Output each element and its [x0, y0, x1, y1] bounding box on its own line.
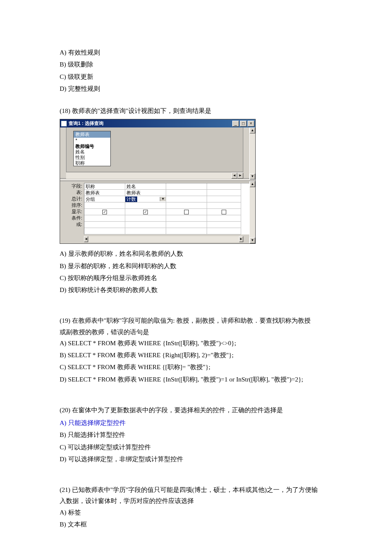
- app-icon: [61, 121, 67, 127]
- scroll-up-icon[interactable]: ▲: [250, 127, 255, 133]
- table-pane: 教师表 * 教师编号 姓名 性别 职称: [60, 127, 249, 179]
- show-checkbox[interactable]: ✓: [125, 209, 166, 215]
- field-list[interactable]: 教师表 * 教师编号 姓名 性别 职称: [73, 131, 111, 166]
- grid-cell-field[interactable]: [207, 183, 241, 190]
- show-checkbox[interactable]: ✓: [84, 209, 125, 215]
- show-checkbox[interactable]: [166, 209, 207, 215]
- q19-opt-d: D) SELECT * FROM 教师表 WHERE {InStr([职称], …: [60, 374, 332, 385]
- maximize-button[interactable]: □: [240, 121, 247, 127]
- q21-text-1: (21) 已知教师表中"学历"字段的值只可能是四项(博士，硕士，本科或其他)之一…: [60, 484, 332, 495]
- field-item[interactable]: 教师编号: [74, 144, 110, 149]
- dropdown-icon[interactable]: ▼: [160, 197, 166, 201]
- q21-text-2: 入数据，设计窗体时，学历对应的控件应该选择: [60, 495, 332, 506]
- field-item[interactable]: 性别: [74, 155, 110, 160]
- grid-cell-total-selected[interactable]: 计数 ▼: [125, 196, 166, 202]
- q20-opt-a: A) 只能选择绑定型控件: [60, 417, 332, 428]
- q18-opt-c: C) 按职称的顺序分组显示教师姓名: [60, 272, 332, 283]
- q19-opt-a: A) SELECT * FROM 教师表 WHERE {InStr([职称], …: [60, 338, 332, 349]
- q17-opt-c: C) 级联更新: [60, 71, 332, 82]
- upper-vscroll[interactable]: ▲ ▼: [249, 127, 255, 179]
- titlebar: 查询1 : 选择查询 _ □ ×: [60, 119, 255, 127]
- lower-vscroll[interactable]: ▲ ▼: [249, 181, 255, 243]
- q20-opt-c: C) 可以选择绑定型或计算型控件: [60, 442, 332, 453]
- q21-opt-b: B) 文本框: [60, 519, 332, 530]
- close-button[interactable]: ×: [248, 121, 254, 127]
- q17-opt-a: A) 有效性规则: [60, 47, 332, 58]
- scroll-down-icon[interactable]: ▼: [250, 173, 255, 179]
- grid-cell-table[interactable]: 教师表: [125, 190, 166, 196]
- scroll-left-icon[interactable]: ◄: [84, 236, 88, 242]
- field-list-title: 教师表: [74, 131, 110, 138]
- field-item[interactable]: 职称: [74, 160, 110, 166]
- grid-cell-field[interactable]: 职称: [84, 183, 125, 190]
- grid-cell-total[interactable]: 分组: [84, 196, 125, 202]
- grid-cell-table[interactable]: 教师表: [84, 190, 125, 196]
- q21-opt-a: A) 标签: [60, 507, 332, 518]
- design-grid: 字段: 表: 总计: 排序: 显示: 条件: 或: 职称 姓名: [60, 181, 249, 236]
- q18-opt-a: A) 显示教师的职称，姓名和同名教师的人数: [60, 248, 332, 259]
- scroll-left-icon[interactable]: ◄: [231, 173, 237, 179]
- q20-opt-b: B) 只能选择计算型控件: [60, 429, 332, 440]
- minimize-button[interactable]: _: [232, 121, 239, 127]
- scroll-right-icon[interactable]: ►: [239, 236, 243, 242]
- scroll-up-icon[interactable]: ▲: [250, 181, 255, 187]
- q20-text: (20) 在窗体中为了更新数据表中的字段，要选择相关的控件，正确的控件选择是: [60, 405, 332, 416]
- grid-table[interactable]: 职称 姓名 教师表 教师表 分组 计数: [84, 183, 249, 234]
- scroll-down-icon[interactable]: ▼: [250, 237, 255, 243]
- grid-row-labels: 字段: 表: 总计: 排序: 显示: 条件: 或:: [60, 183, 84, 234]
- q19-opt-b: B) SELECT * FROM 教师表 WHERE {Right([职称], …: [60, 350, 332, 361]
- show-checkbox[interactable]: [207, 209, 241, 215]
- field-item[interactable]: 姓名: [74, 149, 110, 155]
- q20-opt-d: D) 可以选择绑定型，非绑定型或计算型控件: [60, 454, 332, 465]
- q18-text: (18) 教师表的"选择查询"设计视图如下，则查询结果是: [60, 105, 332, 116]
- q19-text-1: (19) 在教师表中"职称"字段可能的取值为: 教授，副教授，讲师和助教．要查找…: [60, 315, 332, 326]
- q17-opt-d: D) 完整性规则: [60, 83, 332, 94]
- q17-opt-b: B) 级联删除: [60, 59, 332, 70]
- window-title: 查询1 : 选择查询: [69, 121, 231, 126]
- q18-opt-d: D) 按职称统计各类职称的教师人数: [60, 284, 332, 295]
- grid-cell-field[interactable]: [166, 183, 207, 190]
- q19-text-2: 或副教授的教师，错误的语句是: [60, 327, 332, 338]
- q19-opt-c: C) SELECT * FROM 教师表 WHERE {[职称]= "教授"};: [60, 361, 332, 373]
- access-query-window: 查询1 : 选择查询 _ □ × 教师表 * 教师编号 姓名 性别 职称: [60, 119, 256, 244]
- scroll-right-icon[interactable]: ►: [237, 173, 243, 179]
- field-item[interactable]: *: [74, 138, 110, 143]
- grid-cell-field[interactable]: 姓名: [125, 183, 166, 190]
- q18-opt-b: B) 显示都的职称，姓名和同样职称的人数: [60, 260, 332, 272]
- lower-hscroll[interactable]: ◄ ►: [84, 236, 243, 242]
